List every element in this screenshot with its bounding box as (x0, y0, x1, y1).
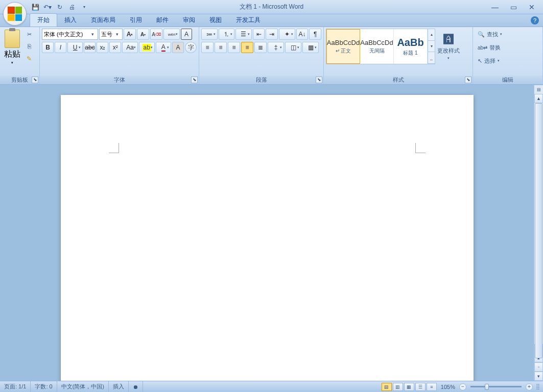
bold-button[interactable]: B (42, 42, 54, 53)
next-page-button[interactable]: ▾ (534, 372, 543, 381)
clipboard-launcher[interactable]: ⬊ (32, 77, 38, 83)
scroll-up-button[interactable]: ▲ (534, 94, 543, 103)
italic-button[interactable]: I (55, 42, 66, 53)
tab-插入[interactable]: 插入 (57, 14, 84, 27)
char-shading-button[interactable]: A (172, 42, 184, 53)
paragraph-launcher[interactable]: ⬊ (316, 77, 322, 83)
strikethrough-button[interactable]: abc (84, 42, 96, 53)
zoom-slider[interactable] (470, 386, 522, 387)
shrink-font-button[interactable]: A▾ (137, 29, 149, 40)
increase-indent-button[interactable]: ⇥ (266, 29, 278, 40)
multilevel-list-button[interactable]: ☰ (235, 29, 252, 40)
find-button[interactable]: 🔍查找▾ (475, 29, 540, 40)
scroll-track[interactable] (534, 103, 543, 344)
paste-button[interactable]: 粘贴 ▾ (2, 29, 22, 65)
resize-grip-icon[interactable]: ⣿ (536, 383, 540, 390)
tab-引用[interactable]: 引用 (123, 14, 149, 27)
outline-view-button[interactable]: ☰ (415, 383, 426, 391)
document-viewport[interactable] (0, 85, 534, 381)
qat-customize-button[interactable]: ▾ (79, 2, 90, 13)
vertical-scrollbar[interactable]: ▤ ▲ ▼ ▴ ◦ ▾ (534, 85, 543, 381)
status-word-count[interactable]: 字数: 0 (31, 381, 57, 392)
show-marks-button[interactable]: ¶ (309, 29, 321, 40)
style-无间隔[interactable]: AaBbCcDd无间隔 (360, 29, 394, 64)
borders-button[interactable]: ▦ (302, 42, 319, 53)
phonetic-guide-button[interactable]: wén (163, 29, 180, 40)
zoom-slider-thumb[interactable] (485, 384, 489, 390)
print-layout-view-button[interactable]: ▤ (382, 383, 392, 391)
undo-button[interactable]: ↶▾ (42, 2, 53, 13)
style-正文[interactable]: AaBbCcDd↵ 正文 (326, 29, 360, 64)
tab-审阅[interactable]: 审阅 (176, 14, 202, 27)
zoom-level[interactable]: 105% (441, 384, 455, 390)
cut-button[interactable] (23, 29, 35, 40)
minimize-button[interactable]: — (489, 3, 501, 12)
office-button[interactable] (3, 2, 27, 26)
tab-开始[interactable]: 开始 (30, 13, 57, 27)
status-insert-mode[interactable]: 插入 (109, 381, 129, 392)
font-size-combo[interactable]: 五号▾ (99, 29, 123, 40)
browse-object-button[interactable]: ◦ (534, 362, 543, 372)
align-center-button[interactable]: ≡ (215, 42, 227, 53)
status-page[interactable]: 页面: 1/1 (0, 381, 31, 392)
tab-邮件[interactable]: 邮件 (149, 14, 176, 27)
ruler-toggle-button[interactable]: ▤ (534, 85, 543, 94)
superscript-button[interactable]: x² (109, 42, 121, 53)
char-border-button[interactable]: A (181, 29, 192, 40)
draft-view-button[interactable]: ≡ (427, 383, 437, 391)
tab-开发工具[interactable]: 开发工具 (229, 14, 268, 27)
gallery-up[interactable]: ▴ (428, 29, 435, 41)
numbering-button[interactable]: ⒈ (219, 29, 235, 40)
save-button[interactable]: 💾 (30, 2, 41, 13)
group-label-paragraph: 段落⬊ (199, 76, 323, 84)
grow-font-button[interactable]: A▴ (124, 29, 136, 40)
justify-button[interactable]: ≡ (241, 42, 253, 53)
web-layout-view-button[interactable]: ▦ (404, 383, 414, 391)
font-name-combo[interactable]: 宋体 (中文正文)▾ (42, 29, 98, 40)
copy-button[interactable] (23, 41, 35, 52)
maximize-button[interactable]: ▭ (507, 3, 520, 12)
help-button[interactable]: ? (531, 16, 539, 24)
style-标题 1[interactable]: AaBb标题 1 (394, 29, 428, 64)
shading-button[interactable]: ◫ (285, 42, 301, 53)
sort-button[interactable]: A↓ (296, 29, 309, 40)
print-preview-button[interactable]: 🖨 (66, 2, 78, 13)
align-left-button[interactable]: ≡ (201, 42, 214, 53)
close-button[interactable]: ✕ (526, 3, 538, 12)
highlight-button[interactable]: ab (139, 42, 155, 53)
bullets-button[interactable]: ≔ (201, 29, 218, 40)
gallery-more[interactable]: ⎯ (428, 52, 435, 64)
enclose-char-button[interactable]: 字 (185, 42, 197, 53)
change-styles-button[interactable]: 🅰 更改样式 ▾ (436, 29, 461, 65)
window-title: 文档 1 - Microsoft Word (240, 3, 303, 11)
scroll-thumb[interactable] (535, 103, 542, 358)
underline-button[interactable]: U (67, 42, 83, 53)
redo-button[interactable]: ↻ (54, 2, 65, 13)
format-painter-button[interactable] (23, 53, 35, 64)
margin-marker-tl (109, 143, 119, 153)
zoom-out-button[interactable]: − (459, 383, 466, 390)
styles-launcher[interactable]: ⬊ (465, 77, 471, 83)
font-color-button[interactable]: A (156, 42, 172, 53)
font-launcher[interactable]: ⬊ (191, 77, 198, 83)
distribute-button[interactable]: ≣ (254, 42, 267, 53)
title-bar: 💾 ↶▾ ↻ 🖨 ▾ 文档 1 - Microsoft Word — ▭ ✕ (0, 0, 543, 14)
page[interactable] (61, 95, 474, 381)
decrease-indent-button[interactable]: ⇤ (253, 29, 265, 40)
status-macro-button[interactable]: ⏺ (129, 381, 143, 392)
select-button[interactable]: ↖选择▾ (475, 55, 540, 66)
zoom-in-button[interactable]: + (526, 383, 533, 390)
tab-视图[interactable]: 视图 (202, 14, 229, 27)
gallery-down[interactable]: ▾ (428, 41, 435, 53)
full-screen-view-button[interactable]: ▥ (393, 383, 403, 391)
replace-button[interactable]: ab⇄替换 (475, 42, 540, 53)
subscript-button[interactable]: x₂ (97, 42, 108, 53)
line-spacing-button[interactable]: ‡ (268, 42, 284, 53)
clear-format-button[interactable]: A⌫ (150, 29, 162, 40)
tab-页面布局[interactable]: 页面布局 (84, 14, 123, 27)
align-right-button[interactable]: ≡ (228, 42, 240, 53)
change-case-button[interactable]: Aa (122, 42, 138, 53)
group-label-font: 字体⬊ (40, 76, 199, 84)
text-direction-button[interactable]: ✦ (279, 29, 295, 40)
status-language[interactable]: 中文(简体，中国) (57, 381, 109, 392)
